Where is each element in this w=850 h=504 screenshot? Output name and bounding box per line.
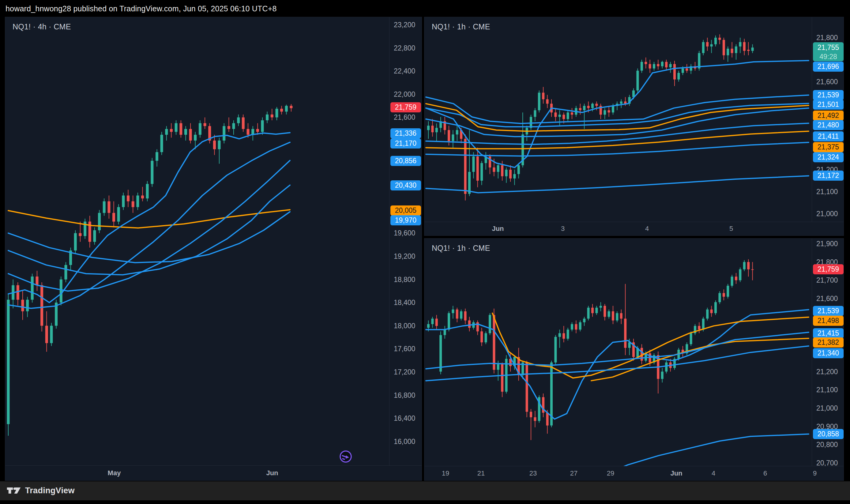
price-tag-red: 21,759 [813, 264, 844, 274]
price-tag-red: 21,759 [391, 102, 421, 112]
price-tag-blue: 21,172 [813, 170, 844, 181]
publish-header: howard_hnwong28 published on TradingView… [0, 0, 850, 17]
price-tag-orange: 20,005 [391, 205, 421, 216]
price-tag-blue: 21,480 [813, 120, 844, 130]
time-axis-label: 9 [813, 469, 817, 478]
price-axis-label: 21,100 [812, 187, 844, 196]
price-tag-blue: 21,324 [813, 152, 844, 162]
price-tag-blue: 21,340 [813, 348, 844, 358]
time-axis-label: 4 [645, 224, 649, 233]
price-axis-label: 22,000 [390, 90, 422, 98]
price-axis-label: 21,100 [812, 385, 844, 394]
price-axis-label: 21,600 [390, 113, 422, 122]
ma-line-orange [8, 210, 290, 228]
candles [427, 259, 754, 440]
ma-line-blue [426, 176, 809, 193]
ma-line-blue [8, 132, 290, 303]
price-tag-blue: 19,970 [391, 215, 421, 226]
price-tag-orange: 21,498 [813, 316, 844, 326]
publish-arrow-icon[interactable] [339, 450, 352, 463]
price-axis-label: 21,000 [812, 210, 844, 218]
price-axis-label: 21,600 [812, 77, 844, 86]
price-axis-label: 18,800 [390, 275, 422, 284]
price-axis-4h[interactable]: 23,20022,80022,40022,00021,60019,60019,2… [389, 17, 422, 465]
price-axis-label: 17,200 [390, 368, 422, 376]
publish-attribution-text: howard_hnwong28 published on TradingView… [5, 4, 277, 13]
price-tag-blue: 21,539 [813, 90, 844, 100]
ma-line-blue [8, 160, 290, 291]
price-axis-label: 21,600 [812, 294, 844, 303]
time-axis-label: 21 [477, 469, 485, 478]
price-axis-label: 17,600 [390, 344, 422, 353]
price-axis-label: 18,000 [390, 322, 422, 330]
ma-line-blue [521, 434, 809, 466]
price-axis-label: 21,000 [812, 404, 844, 412]
price-axis-label: 16,800 [390, 391, 422, 400]
time-axis-label: May [108, 469, 121, 478]
price-tag-blue: 20,858 [813, 429, 844, 439]
candlestick-plot-1h-top[interactable] [424, 17, 811, 222]
price-axis-label: 20,800 [812, 440, 844, 449]
price-axis-1h-bottom[interactable]: 21,90021,80021,70021,60021,20021,10021,0… [812, 238, 844, 466]
price-axis-label: 18,400 [390, 298, 422, 307]
time-axis-label: Jun [670, 469, 682, 478]
tradingview-logo-text: TradingView [25, 486, 75, 496]
price-tag-blue: 20,856 [391, 156, 421, 166]
price-tag-green: 21,75549:28 [813, 42, 844, 61]
ma-line-blue [8, 142, 290, 308]
time-axis-label: 27 [570, 469, 578, 478]
time-axis-label: 5 [729, 224, 733, 233]
price-tag-blue: 21,539 [813, 306, 844, 316]
chart-pane-1h-top: NQ1! · 1h · CME 21,80021,60021,20021,100… [424, 17, 844, 236]
chart-title: NQ1! · 1h · CME [432, 244, 490, 253]
price-tag-orange: 21,375 [813, 142, 844, 152]
time-axis-label: 3 [561, 224, 565, 233]
ma-line-blue [426, 332, 809, 369]
price-axis-label: 21,900 [812, 239, 844, 248]
tradingview-published-screenshot: howard_hnwong28 published on TradingView… [0, 0, 850, 504]
price-axis-label: 19,600 [390, 229, 422, 237]
time-axis-1h-bottom[interactable]: 1921232729Jun469 [424, 466, 844, 481]
price-axis-label: 21,200 [812, 367, 844, 376]
price-axis-label: 19,200 [390, 252, 422, 260]
time-axis-label: 19 [442, 469, 449, 478]
tradingview-logo[interactable]: TradingView [7, 486, 75, 496]
time-axis-label: Jun [266, 469, 278, 478]
price-axis-label: 21,800 [812, 33, 844, 42]
price-axis-label: 21,700 [812, 276, 844, 285]
time-axis-4h[interactable]: MayJun [5, 465, 422, 481]
price-axis-label: 23,200 [390, 20, 422, 29]
price-tag-blue: 21,170 [391, 139, 421, 148]
ma-line-orange [492, 313, 809, 378]
price-tag-blue: 21,415 [813, 328, 844, 338]
price-tag-blue: 21,411 [813, 131, 844, 142]
time-axis-1h-top[interactable]: Jun345 [424, 222, 844, 235]
ma-line-blue [426, 108, 809, 137]
price-tag-orange: 21,382 [813, 338, 844, 347]
tradingview-logo-icon [7, 486, 21, 496]
price-axis-label: 16,400 [390, 414, 422, 422]
price-tag-orange: 21,492 [813, 110, 844, 121]
price-axis-label: 22,400 [390, 67, 422, 75]
ma-line-blue [426, 61, 809, 167]
time-axis-label: 4 [711, 469, 715, 478]
candles [7, 104, 293, 436]
chart-title: NQ1! · 4h · CME [13, 22, 71, 31]
price-tag-blue: 21,501 [813, 100, 844, 110]
time-axis-label: Jun [492, 224, 504, 233]
bar-countdown: 49:28 [813, 52, 844, 61]
chart-pane-4h: NQ1! · 4h · CME 23,20022,80022,40022,000… [5, 17, 422, 481]
price-tag-blue: 21,696 [813, 61, 844, 72]
price-axis-1h-top[interactable]: 21,80021,60021,20021,10021,00021,75549:2… [812, 17, 844, 222]
time-axis-label: 6 [763, 469, 767, 478]
chart-pane-1h-bottom: NQ1! · 1h · CME 21,90021,80021,70021,600… [424, 238, 844, 481]
candlestick-plot-4h[interactable] [5, 17, 388, 465]
price-tag-blue: 21,336 [391, 128, 421, 139]
price-axis-label: 16,000 [390, 437, 422, 446]
candlestick-plot-1h-bottom[interactable] [424, 238, 811, 466]
chart-title: NQ1! · 1h · CME [432, 22, 490, 31]
price-tag-blue: 20,430 [391, 180, 421, 191]
time-axis-label: 23 [529, 469, 537, 478]
price-axis-label: 22,800 [390, 44, 422, 52]
time-axis-label: 29 [607, 469, 614, 478]
